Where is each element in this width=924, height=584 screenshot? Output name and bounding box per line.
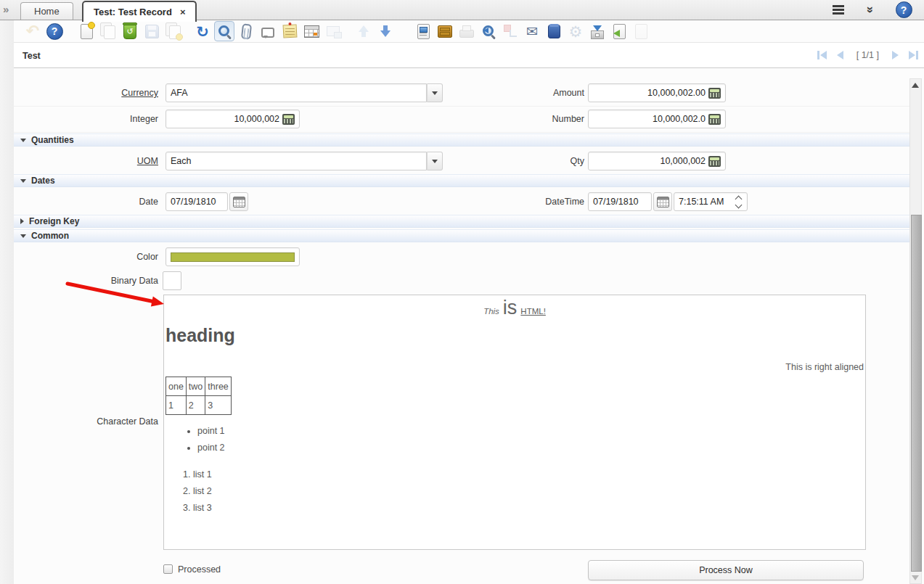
copy-record-icon[interactable] xyxy=(98,21,118,41)
linked-items-icon[interactable] xyxy=(500,21,520,41)
datetime-label: DateTime xyxy=(420,189,584,215)
windows-icon[interactable] xyxy=(323,21,343,41)
color-input[interactable] xyxy=(165,247,300,266)
report-icon[interactable] xyxy=(413,21,433,41)
date-picker-button[interactable] xyxy=(229,192,248,211)
attachments-icon[interactable] xyxy=(236,21,256,41)
previous-page-button[interactable] xyxy=(837,51,843,59)
undo-icon[interactable]: ↶ xyxy=(23,21,43,41)
table-cell: 3 xyxy=(205,396,232,415)
vertical-scrollbar[interactable] xyxy=(909,78,922,584)
character-data-html-field: This is HTML! heading This is right alig… xyxy=(163,295,866,550)
process-now-button[interactable]: Process Now xyxy=(588,560,864,580)
calculator-icon[interactable] xyxy=(708,114,721,125)
tab-home[interactable]: Home xyxy=(20,2,73,20)
form-view-toggle-icon[interactable] xyxy=(214,21,234,41)
row-integer-number: Integer 10,000,002 Number 10,000,002.0 xyxy=(14,106,909,133)
package-icon[interactable] xyxy=(544,21,564,41)
section-foreign-key[interactable]: Foreign Key xyxy=(14,215,909,228)
next-page-button[interactable] xyxy=(892,51,899,59)
move-up-icon[interactable] xyxy=(353,21,374,41)
processed-checkbox[interactable] xyxy=(163,564,173,574)
archive-icon[interactable] xyxy=(435,21,455,41)
collapse-all-icon[interactable]: » xyxy=(861,0,881,20)
move-down-icon[interactable] xyxy=(375,21,396,41)
time-spinner[interactable] xyxy=(735,197,743,207)
save-and-new-icon[interactable] xyxy=(163,21,184,41)
expand-menu-icon[interactable]: » xyxy=(3,3,9,15)
tab-test-record[interactable]: Test: Test Record × xyxy=(82,1,197,22)
section-dates[interactable]: Dates xyxy=(14,174,909,187)
amount-value: 10,000,002.00 xyxy=(647,88,706,98)
number-value: 10,000,002.0 xyxy=(653,114,706,124)
section-common-label: Common xyxy=(31,231,69,241)
notes-icon[interactable] xyxy=(279,21,300,41)
section-dates-label: Dates xyxy=(31,176,55,186)
email-icon[interactable]: ✉ xyxy=(522,21,542,41)
menu-icon[interactable] xyxy=(828,0,849,20)
calculator-icon[interactable] xyxy=(708,88,721,99)
return-icon[interactable] xyxy=(609,21,629,41)
help-about-icon[interactable]: ? xyxy=(44,21,65,41)
row-binary: Binary Data xyxy=(14,270,909,292)
datetime-picker-button[interactable] xyxy=(653,192,672,211)
audit-trail-icon[interactable] xyxy=(478,21,499,41)
uom-combo: Each xyxy=(165,152,443,170)
amount-input[interactable]: 10,000,002.00 xyxy=(588,83,726,102)
html-ordered-list: list 1 list 2 list 3 xyxy=(165,469,212,519)
clone-icon[interactable] xyxy=(631,21,651,41)
print-icon[interactable] xyxy=(457,21,477,41)
calendar-icon xyxy=(233,197,245,207)
scroll-down-icon[interactable] xyxy=(912,575,919,580)
row-uom-qty: UOM Each Qty 10,000,002 xyxy=(14,148,909,175)
character-data-label: Character Data xyxy=(14,416,158,427)
datetime-time-input[interactable]: 7:15:11 AM xyxy=(674,192,748,211)
calculator-icon[interactable] xyxy=(708,156,721,167)
collapse-section-icon xyxy=(20,139,26,142)
qty-input[interactable]: 10,000,002 xyxy=(588,152,726,170)
nav-rail[interactable] xyxy=(0,20,15,584)
new-record-icon[interactable] xyxy=(76,21,97,41)
grid-view-icon[interactable] xyxy=(301,21,322,41)
last-page-button[interactable] xyxy=(909,51,918,59)
export-icon[interactable] xyxy=(587,21,608,41)
close-tab-icon[interactable]: × xyxy=(180,7,186,17)
first-page-button[interactable] xyxy=(817,51,827,59)
save-icon[interactable] xyxy=(142,21,162,41)
uom-link[interactable]: UOM xyxy=(137,156,158,166)
intro-is-text: is xyxy=(503,297,518,319)
status-bar: Test [ 1/1 ] xyxy=(14,43,924,68)
integer-input[interactable]: 10,000,002 xyxy=(165,110,300,128)
uom-input[interactable]: Each xyxy=(165,152,427,170)
calculator-icon[interactable] xyxy=(282,114,295,125)
refresh-icon[interactable]: ↻ xyxy=(192,21,213,41)
scrollbar-thumb[interactable] xyxy=(911,215,922,572)
settings-icon[interactable]: ⚙ xyxy=(565,21,586,41)
section-quantities[interactable]: Quantities xyxy=(14,133,909,147)
currency-combo: AFA xyxy=(165,83,443,102)
form-area: Currency AFA Amount 10,000,002.00 Intege… xyxy=(14,68,924,584)
table-row: one two three xyxy=(166,377,232,396)
currency-link[interactable]: Currency xyxy=(121,88,158,98)
table-row: 1 2 3 xyxy=(166,396,232,415)
html-link[interactable]: HTML! xyxy=(520,307,546,316)
help-icon[interactable]: ? xyxy=(894,0,914,20)
row-date-datetime: Date 07/19/1810 DateTime 07/19/1810 7:15… xyxy=(14,189,909,215)
expand-section-icon xyxy=(20,218,24,224)
scroll-up-icon[interactable] xyxy=(912,83,919,88)
row-processed: Processed Process Now xyxy=(14,559,909,583)
processed-label: Processed xyxy=(178,559,221,580)
collapse-section-icon xyxy=(20,179,26,183)
datetime-date-input[interactable]: 07/19/1810 xyxy=(588,192,652,211)
row-currency-amount: Currency AFA Amount 10,000,002.00 xyxy=(14,80,909,107)
list-item: point 2 xyxy=(197,443,225,453)
comments-icon[interactable] xyxy=(258,21,278,41)
binary-data-label: Binary Data xyxy=(14,270,158,292)
date-input[interactable]: 07/19/1810 xyxy=(165,192,228,211)
number-input[interactable]: 10,000,002.0 xyxy=(588,110,726,128)
table-header-cell: two xyxy=(186,377,205,396)
delete-record-icon[interactable] xyxy=(120,21,140,41)
section-common[interactable]: Common xyxy=(14,229,909,242)
binary-data-box[interactable] xyxy=(163,271,181,290)
currency-input[interactable]: AFA xyxy=(165,83,427,102)
